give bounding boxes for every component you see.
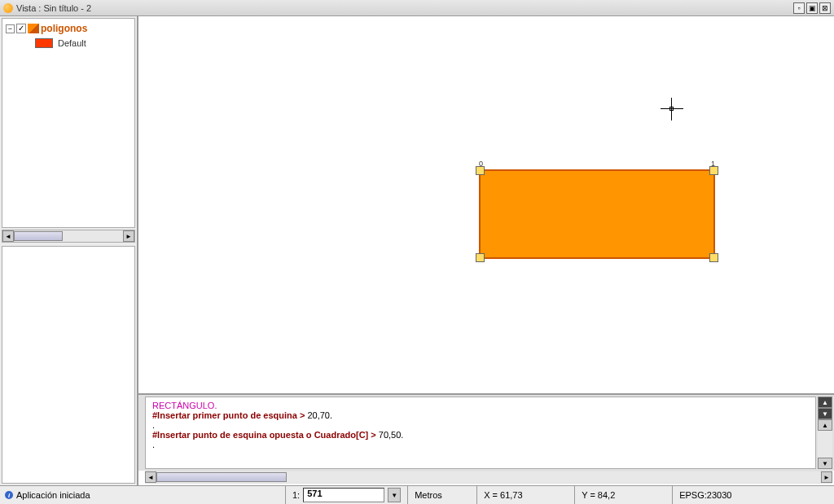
console-prompt-2: #Insertar punto de esquina opuesta o Cua…	[152, 430, 376, 440]
vertex-handle-bl[interactable]	[476, 253, 485, 262]
status-message: Aplicación iniciada	[16, 490, 90, 500]
coord-x-label: X = 61,73	[484, 490, 522, 500]
console-value-1: 20,70.	[305, 410, 332, 420]
toc-lower-panel	[2, 246, 135, 484]
scroll-down-icon[interactable]: ▼	[818, 458, 832, 469]
symbol-default-label: Default	[58, 38, 86, 48]
tree-collapse-icon[interactable]: −	[6, 24, 15, 33]
status-message-cell: i Aplicación iniciada	[0, 490, 285, 500]
scale-cell: 1: 571 ▼	[285, 486, 407, 504]
center-area: 0 1 RECTÁNGULO. #Insertar primer punto d…	[138, 16, 834, 485]
command-console[interactable]: RECTÁNGULO. #Insertar primer punto de es…	[145, 397, 816, 469]
console-vscroll[interactable]: ▲ ▼ ▲ ▼	[818, 397, 832, 469]
layer-tree[interactable]: − ✓ poligonos Default	[2, 18, 135, 228]
cursor-crosshair-icon	[661, 98, 683, 121]
left-panel: − ✓ poligonos Default ◄ ►	[0, 16, 138, 485]
window-controls: ▫ ▣ ⊠	[793, 2, 831, 14]
status-bar: i Aplicación iniciada 1: 571 ▼ Metros X …	[0, 485, 834, 504]
console-wrap: RECTÁNGULO. #Insertar primer punto de es…	[138, 393, 834, 471]
main-area: − ✓ poligonos Default ◄ ► 0 1	[0, 16, 834, 485]
vertex-handle-tr[interactable]	[709, 166, 718, 175]
projection-cell: EPSG:23030	[672, 486, 834, 504]
scroll-track[interactable]	[818, 431, 832, 458]
vertex-handle-br[interactable]	[709, 253, 718, 262]
layer-name-label: poligonos	[41, 23, 87, 34]
layer-default-symbol-row[interactable]: Default	[6, 38, 131, 48]
symbol-color-swatch	[35, 38, 53, 48]
scroll-left-icon[interactable]: ◄	[2, 230, 14, 242]
coord-x-cell: X = 61,73	[476, 486, 574, 504]
console-hscroll[interactable]: ◄ ►	[145, 471, 832, 484]
layer-visibility-checkbox[interactable]: ✓	[16, 24, 26, 33]
close-internal-button[interactable]: ⊠	[819, 2, 831, 14]
scale-dropdown-button[interactable]: ▼	[388, 488, 401, 502]
titlebar: Vista : Sin título - 2 ▫ ▣ ⊠	[0, 0, 834, 16]
scroll-right-icon[interactable]: ►	[123, 230, 134, 242]
units-cell: Metros	[407, 486, 476, 504]
app-icon	[3, 3, 13, 13]
console-dot-1: .	[152, 420, 809, 430]
window-title: Vista : Sin título - 2	[16, 3, 793, 13]
scroll-track[interactable]	[156, 471, 821, 483]
scroll-up-solid-icon[interactable]: ▲	[818, 397, 832, 408]
console-value-2: 70,50.	[376, 430, 404, 440]
polygon-layer-icon	[28, 24, 39, 33]
console-command-name: RECTÁNGULO	[152, 401, 214, 410]
units-label: Metros	[415, 490, 442, 500]
epsg-label: EPSG:23030	[679, 490, 731, 500]
scroll-left-icon[interactable]: ◄	[145, 471, 156, 483]
scroll-thumb[interactable]	[156, 472, 287, 482]
scroll-thumb[interactable]	[14, 231, 63, 241]
minimize-internal-button[interactable]: ▫	[793, 2, 805, 14]
console-dot-2: .	[152, 440, 809, 449]
layer-root-row[interactable]: − ✓ poligonos	[6, 22, 131, 35]
scroll-up-icon[interactable]: ▲	[818, 419, 832, 431]
vertex-handle-tl[interactable]	[476, 166, 485, 175]
coord-y-cell: Y = 84,2	[574, 486, 672, 504]
layer-tree-hscroll[interactable]: ◄ ►	[2, 230, 135, 243]
coord-y-label: Y = 84,2	[582, 490, 615, 500]
map-canvas[interactable]: 0 1	[138, 16, 834, 393]
scale-prefix: 1:	[292, 490, 300, 500]
maximize-internal-button[interactable]: ▣	[806, 2, 818, 14]
scroll-down-solid-icon[interactable]: ▼	[818, 408, 832, 419]
info-icon: i	[5, 491, 13, 499]
scale-input[interactable]: 571	[303, 488, 384, 502]
scroll-right-icon[interactable]: ►	[821, 471, 832, 483]
rectangle-feature[interactable]: 0 1	[479, 169, 715, 259]
console-prompt-1: #Insertar primer punto de esquina >	[152, 410, 305, 420]
scroll-track[interactable]	[14, 230, 123, 242]
